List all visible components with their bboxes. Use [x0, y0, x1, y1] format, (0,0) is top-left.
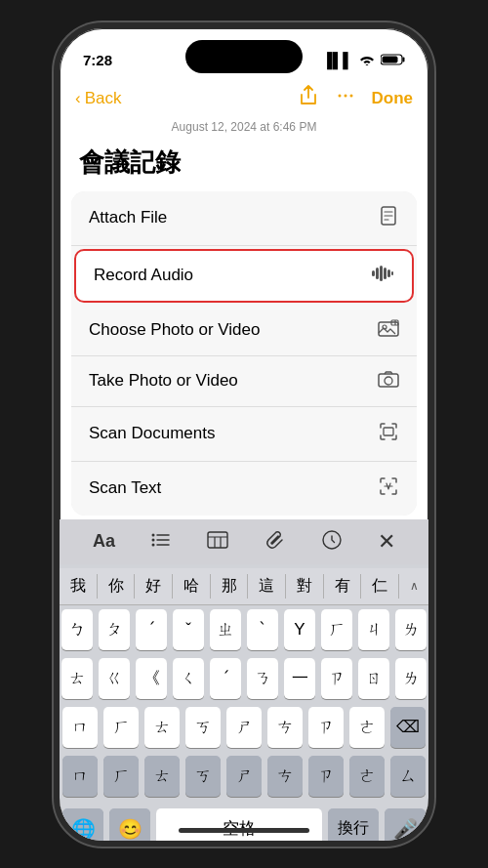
done-button[interactable]: Done: [372, 89, 414, 108]
dynamic-island: [185, 40, 303, 73]
toolbar: Aa ✕: [60, 519, 428, 564]
key-ㄓ[interactable]: ㄓ: [210, 609, 241, 650]
svg-rect-9: [380, 266, 383, 281]
key-ㄋ[interactable]: ㄋ: [247, 658, 278, 699]
key-ㄜ2[interactable]: ㄜ: [349, 756, 385, 797]
key-ㄌ2[interactable]: ㄌ: [395, 658, 427, 699]
signal-icon: ▐▌▌: [322, 52, 353, 68]
key-ㄎ[interactable]: ㄎ: [185, 707, 221, 748]
key-ㄇ[interactable]: ㄇ: [62, 707, 98, 748]
attachment-icon[interactable]: [264, 529, 286, 555]
suggestion-9[interactable]: 仁: [361, 574, 399, 599]
keyboard: 我 你 好 哈 那 這 對 有 仁 ∧ ㄅ ㄆ ˊ ˇ ㄓ ˋ Y ㄏ ㄐ: [60, 564, 428, 847]
key-ㄕ[interactable]: ㄕ: [226, 707, 262, 748]
key-ㄖ[interactable]: ㄖ: [358, 658, 389, 699]
suggestion-2[interactable]: 你: [98, 574, 136, 599]
close-icon[interactable]: ✕: [378, 529, 395, 555]
key-ㄗ2[interactable]: ㄗ: [308, 707, 344, 748]
key-ㄏ2[interactable]: ㄏ: [103, 707, 139, 748]
svg-point-5: [349, 94, 352, 97]
svg-rect-8: [376, 268, 379, 279]
suggestion-3[interactable]: 好: [135, 574, 173, 599]
menu-item-record-audio[interactable]: Record Audio: [74, 249, 414, 303]
menu-container: Attach File Record Audio Choose Photo or…: [71, 191, 417, 516]
key-row-1: ㄅ ㄆ ˊ ˇ ㄓ ˋ Y ㄏ ㄐ ㄌ: [62, 609, 426, 650]
key-ㄌ[interactable]: ㄌ: [395, 609, 427, 650]
key-Y[interactable]: Y: [284, 609, 315, 650]
font-icon[interactable]: Aa: [93, 531, 115, 552]
mic-key[interactable]: 🎤: [385, 808, 426, 847]
suggestion-row: 我 你 好 哈 那 這 對 有 仁 ∧: [60, 568, 428, 605]
attach-file-icon: [378, 205, 399, 231]
svg-rect-10: [384, 268, 386, 279]
expand-suggestions-icon[interactable]: ∧: [399, 574, 428, 599]
key-ㄊ[interactable]: ㄊ: [61, 658, 93, 699]
suggestion-4[interactable]: 哈: [173, 574, 211, 599]
key-ㄗ[interactable]: ㄗ: [321, 658, 352, 699]
key-ㄗ3[interactable]: ㄗ: [308, 756, 344, 797]
key-ㄙ[interactable]: ㄙ: [390, 756, 426, 797]
take-photo-label: Take Photo or Video: [89, 371, 238, 391]
globe-key[interactable]: 🌐: [62, 808, 103, 847]
key-yi[interactable]: 一: [284, 658, 315, 699]
svg-rect-7: [372, 270, 375, 276]
pencil-icon[interactable]: [321, 529, 343, 555]
scan-documents-icon: [378, 421, 399, 447]
svg-rect-18: [384, 428, 393, 435]
key-ˊ2[interactable]: ˊ: [210, 658, 241, 699]
menu-item-scan-text[interactable]: Scan Text: [71, 462, 417, 516]
menu-item-take-photo[interactable]: Take Photo or Video: [71, 356, 417, 407]
svg-rect-11: [387, 269, 390, 277]
back-label: Back: [85, 89, 122, 108]
emoji-key[interactable]: 😊: [109, 808, 150, 847]
key-ㄕ2[interactable]: ㄕ: [226, 756, 262, 797]
key-ㄊ2[interactable]: ㄊ: [144, 707, 180, 748]
suggestion-8[interactable]: 有: [324, 574, 362, 599]
key-ㄍ[interactable]: ㄍ: [99, 658, 130, 699]
choose-photo-label: Choose Photo or Video: [89, 320, 260, 340]
key-tone4[interactable]: ˋ: [247, 609, 278, 650]
more-icon[interactable]: [335, 85, 356, 112]
key-ㄜ[interactable]: ㄜ: [349, 707, 385, 748]
key-ㄘ2[interactable]: ㄘ: [267, 756, 303, 797]
key-tone3[interactable]: ˇ: [173, 609, 204, 650]
menu-item-choose-photo[interactable]: Choose Photo or Video: [71, 306, 417, 356]
menu-item-attach-file[interactable]: Attach File: [71, 191, 417, 246]
return-key[interactable]: 換行: [328, 808, 379, 847]
suggestion-5[interactable]: 那: [211, 574, 249, 599]
svg-rect-1: [403, 58, 405, 62]
svg-point-3: [338, 94, 341, 97]
suggestion-7[interactable]: 對: [286, 574, 324, 599]
svg-rect-22: [208, 532, 227, 548]
key-ㄘ[interactable]: ㄘ: [267, 707, 303, 748]
scan-text-icon: [378, 475, 399, 502]
key-ㄆ[interactable]: ㄆ: [99, 609, 130, 650]
menu-item-scan-documents[interactable]: Scan Documents: [71, 407, 417, 462]
back-button[interactable]: ‹ Back: [75, 89, 121, 108]
key-rows: ㄅ ㄆ ˊ ˇ ㄓ ˋ Y ㄏ ㄐ ㄌ ㄊ ㄍ 《 ㄑ ˊ ㄋ 一 ㄗ: [60, 605, 428, 808]
key-ㄐ[interactable]: ㄐ: [358, 609, 389, 650]
key-row-3: ㄇ ㄏ ㄊ ㄎ ㄕ ㄘ ㄗ ㄜ ⌫: [62, 707, 426, 748]
key-ㄅ[interactable]: ㄅ: [61, 609, 93, 650]
table-icon[interactable]: [207, 531, 228, 553]
key-tone2[interactable]: ˊ: [136, 609, 167, 650]
delete-key[interactable]: ⌫: [390, 707, 426, 748]
svg-point-20: [152, 538, 155, 541]
home-indicator: [179, 828, 309, 833]
key-ㄎ2[interactable]: ㄎ: [185, 756, 221, 797]
list-icon[interactable]: [150, 531, 172, 553]
share-icon[interactable]: [298, 85, 319, 112]
battery-icon: [381, 52, 405, 68]
key-ㄇ2[interactable]: ㄇ: [62, 756, 98, 797]
svg-point-4: [344, 94, 346, 97]
suggestion-6[interactable]: 這: [248, 574, 286, 599]
scan-text-label: Scan Text: [89, 478, 161, 498]
key-ㄏ3[interactable]: ㄏ: [103, 756, 139, 797]
key-ㄊ3[interactable]: ㄊ: [144, 756, 180, 797]
key-guillemets[interactable]: 《: [136, 658, 167, 699]
key-ㄏ[interactable]: ㄏ: [321, 609, 352, 650]
svg-rect-2: [383, 57, 398, 63]
record-audio-icon: [371, 265, 394, 287]
suggestion-1[interactable]: 我: [60, 574, 98, 599]
key-ㄑ[interactable]: ㄑ: [173, 658, 204, 699]
